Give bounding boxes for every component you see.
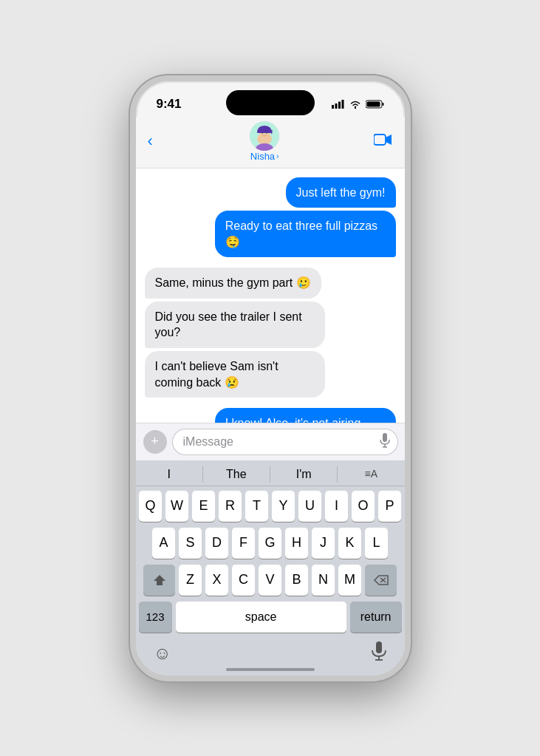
key-O[interactable]: O (352, 491, 375, 522)
back-button[interactable]: ‹ (148, 132, 153, 151)
key-B[interactable]: B (285, 565, 308, 596)
svg-rect-0 (332, 105, 334, 109)
message-row-3: Same, minus the gym part 🥲 (145, 268, 396, 299)
key-row-4: 123 space return (139, 602, 402, 633)
key-R[interactable]: R (219, 491, 242, 522)
svg-rect-5 (382, 103, 383, 106)
key-T[interactable]: T (245, 491, 268, 522)
wifi-icon (349, 100, 361, 109)
video-icon (374, 133, 393, 146)
message-bubble-2[interactable]: Ready to eat three full pizzas 🤤 (215, 211, 396, 257)
message-row-5: I can't believe Sam isn't coming back 😢 (145, 351, 396, 398)
key-S[interactable]: S (179, 528, 202, 559)
key-row-1: Q W E R T Y U I O P (139, 491, 402, 522)
key-Y[interactable]: Y (272, 491, 295, 522)
suggestion-The[interactable]: The (203, 466, 270, 483)
keyboard-rows: Q W E R T Y U I O P A S D F G H J K (136, 486, 405, 636)
dictation-icon[interactable] (371, 641, 387, 665)
svg-rect-1 (335, 103, 337, 109)
input-mic-icon[interactable] (380, 433, 390, 451)
battery-icon (366, 100, 384, 109)
message-row-6: I know! Also, it's not airing until Nove… (145, 408, 396, 422)
key-E[interactable]: E (192, 491, 215, 522)
shift-key[interactable] (143, 565, 175, 596)
key-L[interactable]: L (365, 528, 388, 559)
numbers-key[interactable]: 123 (139, 602, 172, 633)
message-bubble-3[interactable]: Same, minus the gym part 🥲 (145, 268, 321, 299)
svg-rect-19 (376, 641, 382, 653)
add-attachment-button[interactable]: + (143, 430, 167, 454)
delete-key[interactable] (365, 565, 397, 596)
svg-rect-6 (366, 101, 380, 106)
key-W[interactable]: W (165, 491, 188, 522)
suggestion-special[interactable]: ≡A (338, 466, 404, 483)
phone-frame: 9:41 ‹ (130, 75, 411, 681)
key-row-3: Z X C V B N M (139, 565, 402, 596)
status-time: 9:41 (157, 97, 182, 112)
emoji-keyboard-icon[interactable]: ☺ (154, 643, 172, 664)
key-V[interactable]: V (259, 565, 281, 596)
key-I[interactable]: I (325, 491, 348, 522)
message-bubble-6[interactable]: I know! Also, it's not airing until Nove… (215, 408, 396, 422)
key-J[interactable]: J (312, 528, 335, 559)
messages-area: Just left the gym! Ready to eat three fu… (136, 168, 405, 423)
key-Q[interactable]: Q (139, 491, 162, 522)
input-bar: + iMessage (136, 423, 405, 460)
message-bubble-5[interactable]: I can't believe Sam isn't coming back 😢 (145, 351, 326, 398)
keyboard-bottom-bar: ☺ (136, 636, 405, 675)
svg-rect-13 (374, 134, 386, 145)
message-bubble-4[interactable]: Did you see the trailer I sent you? (145, 302, 326, 348)
message-row-4: Did you see the trailer I sent you? (145, 302, 396, 348)
space-key[interactable]: space (176, 602, 346, 633)
key-row-2: A S D F G H J K L (139, 528, 402, 559)
message-row-2: Ready to eat three full pizzas 🤤 (145, 211, 396, 257)
return-key[interactable]: return (350, 602, 402, 633)
key-X[interactable]: X (205, 565, 228, 596)
suggestion-Im[interactable]: I'm (270, 466, 338, 483)
message-row-1: Just left the gym! (145, 177, 396, 208)
key-G[interactable]: G (259, 528, 281, 559)
svg-rect-3 (341, 100, 344, 109)
key-C[interactable]: C (232, 565, 255, 596)
nav-bar: ‹ Nisha › (136, 117, 405, 168)
suggestion-I[interactable]: I (136, 466, 203, 483)
contact-avatar (250, 121, 279, 151)
key-M[interactable]: M (338, 565, 361, 596)
svg-rect-2 (338, 101, 341, 109)
nav-center[interactable]: Nisha › (156, 121, 374, 162)
key-K[interactable]: K (338, 528, 361, 559)
key-N[interactable]: N (312, 565, 335, 596)
svg-rect-14 (383, 433, 387, 442)
dynamic-island (226, 90, 315, 115)
key-D[interactable]: D (205, 528, 228, 559)
key-A[interactable]: A (152, 528, 175, 559)
message-input[interactable]: iMessage (173, 429, 397, 454)
keyboard-suggestions: I The I'm ≡A (136, 460, 405, 486)
key-P[interactable]: P (378, 491, 401, 522)
contact-name[interactable]: Nisha › (250, 151, 279, 162)
home-indicator (226, 668, 315, 671)
keyboard: I The I'm ≡A Q W E R T Y U I O P A (136, 460, 405, 675)
status-icons (332, 100, 384, 109)
key-F[interactable]: F (232, 528, 255, 559)
signal-icon (332, 100, 345, 109)
key-U[interactable]: U (298, 491, 321, 522)
message-input-wrapper: iMessage (173, 429, 397, 454)
key-Z[interactable]: Z (179, 565, 202, 596)
message-bubble-1[interactable]: Just left the gym! (286, 177, 396, 208)
key-H[interactable]: H (285, 528, 308, 559)
video-call-button[interactable] (374, 132, 393, 151)
